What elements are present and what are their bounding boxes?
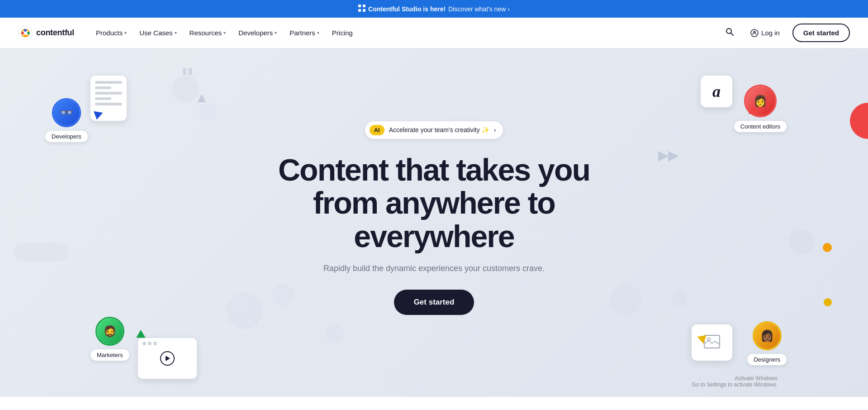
hero-title-line2: from anywhere to [313,186,555,220]
get-started-nav-button[interactable]: Get started [792,24,850,42]
ai-badge-arrow: › [494,126,496,133]
image-card [692,324,732,361]
nav-item-pricing[interactable]: Pricing [327,25,358,40]
login-button[interactable]: Log in [745,25,785,41]
text-card-letter: a [712,82,721,101]
marketer-avatar: 🧔 [95,317,124,346]
svg-point-4 [19,26,32,40]
ai-badge[interactable]: AI Accelerate your team's creativity ✨ › [365,121,503,139]
dot-2 [148,342,152,345]
ai-badge-text: Accelerate your team's creativity ✨ [389,126,489,133]
nav-item-use-cases-label: Use Cases [139,29,172,37]
logo[interactable]: contentful [18,26,74,40]
developer-face: 👓 [53,100,80,126]
chevron-down-icon: ▾ [317,30,319,35]
announcement-bar: Contentful Studio is here! Discover what… [0,0,868,18]
svg-point-6 [27,32,30,34]
video-dots [142,342,157,345]
hero-title: Content that takes you from anywhere to … [278,153,590,253]
search-button[interactable] [721,24,738,42]
content-editor-label: Content editors [734,121,787,132]
nav-item-developers-label: Developers [238,29,273,37]
hero-section: ▲ ▶▶ " 👓 Developers 🧔 Marketers [0,48,868,397]
marketer-persona: 🧔 Marketers [90,317,129,361]
hero-subtitle: Rapidly build the dynamic experiences yo… [278,264,590,273]
nav-item-partners-label: Partners [289,29,315,37]
nav-item-developers[interactable]: Developers ▾ [233,25,282,40]
doc-line-3 [95,92,122,95]
dot-3 [153,342,157,345]
designer-label: Designers [747,354,787,365]
navbar-left: contentful Products ▾ Use Cases ▾ Resour… [18,25,358,40]
navbar: contentful Products ▾ Use Cases ▾ Resour… [0,18,868,48]
nav-links: Products ▾ Use Cases ▾ Resources ▾ Devel… [90,25,358,40]
nav-item-pricing-label: Pricing [332,29,353,37]
chevron-down-icon: ▾ [124,30,127,35]
logo-text: contentful [36,28,74,38]
developer-label: Developers [45,131,88,142]
nav-item-partners[interactable]: Partners ▾ [284,25,325,40]
login-label: Log in [761,29,780,37]
hero-content: AI Accelerate your team's creativity ✨ ›… [269,121,599,315]
contentful-studio-icon [358,5,365,13]
doc-line-1 [95,81,122,84]
nav-item-products-label: Products [96,29,123,37]
svg-point-7 [21,32,24,34]
marketer-face: 🧔 [97,318,123,344]
announcement-brand: Contentful Studio is here! [368,5,446,13]
svg-point-5 [24,29,27,32]
svg-point-12 [754,31,755,33]
nav-item-products[interactable]: Products ▾ [90,25,132,40]
designer-persona: 👩🏾 Designers [747,321,787,365]
deco-quote: " [181,62,194,93]
image-placeholder-icon [704,335,720,350]
announcement-link-text: Discover what's new [448,5,506,13]
watermark-line2: Go to Settings to activate Windows. [692,381,778,388]
svg-rect-2 [358,9,361,12]
svg-point-8 [24,34,27,37]
content-editor-avatar: 👩 [744,85,777,117]
doc-line-4 [95,97,111,100]
windows-watermark: Activate Windows Go to Settings to activ… [692,375,778,388]
nav-item-use-cases[interactable]: Use Cases ▾ [134,25,182,40]
navbar-right: Log in Get started [721,24,850,42]
announcement-link[interactable]: Discover what's new › [448,5,510,13]
svg-point-14 [707,338,710,341]
chevron-down-icon: ▾ [275,30,277,35]
hero-get-started-button[interactable]: Get started [394,290,474,315]
developer-avatar: 👓 [52,98,81,127]
play-button [160,351,175,366]
developer-persona: 👓 Developers [45,98,88,142]
svg-rect-13 [704,335,720,348]
marketer-label: Marketers [90,349,129,361]
doc-line-2 [95,86,111,89]
svg-rect-0 [358,5,361,7]
doc-line-5 [95,103,122,105]
svg-rect-3 [363,9,365,12]
watermark-line1: Activate Windows [692,375,778,381]
svg-line-10 [730,33,733,36]
nav-item-resources-label: Resources [190,29,222,37]
ai-badge-label: AI [370,125,384,135]
content-editor-face: 👩 [745,86,775,116]
announcement-arrow-icon: › [508,5,510,13]
play-triangle-icon [166,356,170,361]
text-card: a [701,76,732,107]
hero-title-line1: Content that takes you [278,153,590,187]
video-card [138,338,197,379]
dot-1 [142,342,146,345]
chevron-down-icon: ▾ [175,30,177,35]
chevron-down-icon: ▾ [223,30,226,35]
designer-face: 👩🏾 [754,323,780,349]
content-editor-persona: 👩 Content editors [734,85,787,132]
designer-avatar: 👩🏾 [753,321,782,350]
hero-title-line3: everywhere [354,219,514,253]
document-card [90,76,127,121]
nav-item-resources[interactable]: Resources ▾ [184,25,232,40]
svg-rect-1 [363,5,365,7]
